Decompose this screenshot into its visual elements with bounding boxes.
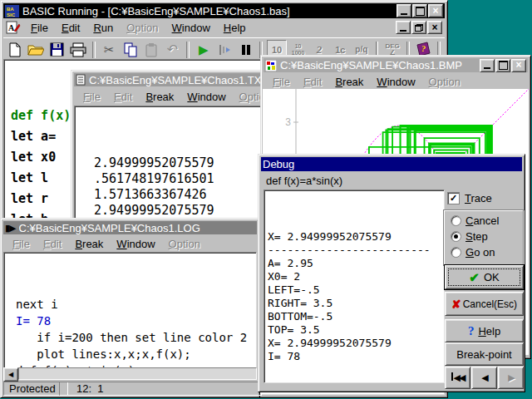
menu-item[interactable]: File <box>24 20 55 36</box>
pause-icon <box>241 44 251 56</box>
back-arrow-icon: ◀ <box>481 372 486 383</box>
radio-option[interactable]: Cancel <box>444 213 523 229</box>
menu-item[interactable]: Window <box>180 89 232 105</box>
breakpoint-button[interactable]: Break-point <box>445 342 524 366</box>
watch-line: TOP= 3.5 <box>268 323 444 337</box>
mdi-close-icon[interactable]: × <box>427 21 442 34</box>
step-mode-group: Cancel Step Go on <box>443 209 524 266</box>
scroll-left-icon[interactable]: ◀ <box>3 367 18 382</box>
menu-item[interactable]: Window <box>110 236 161 252</box>
open-button[interactable] <box>26 40 45 59</box>
radio-icon[interactable] <box>451 215 461 226</box>
paste-button[interactable] <box>141 40 160 59</box>
menu-item[interactable]: Edit <box>37 236 68 252</box>
mdi-minimize-icon[interactable] <box>396 21 411 34</box>
radio-icon[interactable] <box>451 247 461 258</box>
close-icon[interactable]: × <box>428 4 443 17</box>
paste-icon <box>144 42 159 57</box>
maximize-icon[interactable] <box>495 59 510 72</box>
cancel-label: Cancel(Esc) <box>463 298 517 310</box>
watch-line: X= 2.94999952075579 <box>268 230 444 244</box>
menu-item[interactable]: Edit <box>107 89 139 105</box>
skip-to-start-icon: ◀◀ <box>451 372 465 383</box>
menu-item[interactable]: Edit <box>297 74 328 90</box>
help-label: Help <box>478 325 500 337</box>
menu-item[interactable]: Break <box>328 74 370 90</box>
main-menurow: A FileEditRunOptionWindowHelp × <box>3 19 445 36</box>
menu-item[interactable]: Window <box>165 20 217 36</box>
help-button[interactable]: ? Help <box>445 319 524 342</box>
menu-item[interactable]: Run <box>86 20 120 36</box>
fixed-point-icon: 1c <box>335 47 345 53</box>
copy-button[interactable] <box>121 40 140 59</box>
log-title: C:¥BasicEng¥SAMPLE¥Chaos1.LOG <box>19 222 255 234</box>
menu-item[interactable]: Edit <box>55 20 86 36</box>
mdi-restore-icon[interactable] <box>411 21 426 34</box>
watch-line: X0= 2 <box>268 270 444 283</box>
document-edit-icon[interactable]: A <box>6 21 21 34</box>
close-icon[interactable]: × <box>511 59 526 72</box>
log-line: I= 78 <box>16 313 256 329</box>
maximize-icon[interactable] <box>412 4 427 17</box>
x-icon: ✘ <box>451 298 461 311</box>
menu-item[interactable]: Option <box>162 236 207 252</box>
menu-item[interactable]: Option <box>120 20 165 36</box>
radio-label: Go on <box>466 246 495 259</box>
watch-listbox[interactable]: X= 2.94999952075579---------------------… <box>264 190 445 383</box>
bmp-title: C:¥BasicEng¥SAMPLE¥Chaos1.BMP <box>280 59 476 71</box>
minimize-icon[interactable] <box>480 59 495 72</box>
radio-option[interactable]: Go on <box>444 244 523 260</box>
menu-item[interactable]: Help <box>217 20 253 36</box>
svg-text:SIC: SIC <box>7 12 16 17</box>
save-button[interactable] <box>47 40 66 59</box>
new-button[interactable] <box>5 40 24 59</box>
back-button[interactable]: ◀ <box>471 367 497 389</box>
cut-button[interactable]: ✂ <box>100 40 119 59</box>
new-file-icon <box>8 42 22 57</box>
debug-titlebar[interactable]: Debug <box>261 157 522 171</box>
log-line: if i=200 then set line color 2 <box>16 329 256 346</box>
scissors-icon: ✂ <box>104 42 115 57</box>
menu-item[interactable]: Break <box>68 236 110 252</box>
radio-label: Step <box>466 230 488 243</box>
decimal-mode-icon: 10 <box>272 47 282 53</box>
cancel-button[interactable]: ✘ Cancel(Esc) <box>445 292 524 316</box>
log-titlebar[interactable]: ▮▶ C:¥BasicEng¥SAMPLE¥Chaos1.LOG <box>3 221 257 234</box>
radio-icon[interactable] <box>451 231 461 242</box>
ok-button[interactable]: ✔ OK <box>445 265 524 289</box>
menu-item[interactable]: File <box>76 89 107 105</box>
bmp-titlebar[interactable]: C:¥BasicEng¥SAMPLE¥Chaos1.BMP × <box>264 58 528 72</box>
minimize-icon[interactable] <box>397 4 411 17</box>
forward-arrow-icon: ▶ <box>508 372 513 383</box>
scrollbar-track[interactable] <box>18 367 257 380</box>
rational-mode-icon: p/q <box>355 47 367 53</box>
main-titlebar[interactable]: BA SIC BASIC Running - [C:¥BasicEng¥SAMP… <box>3 3 445 18</box>
run-button[interactable]: ▶ <box>194 40 213 59</box>
forward-button[interactable]: ▶ <box>498 367 524 389</box>
checkbox-check-icon[interactable]: ✓ <box>447 192 460 204</box>
menu-item[interactable]: File <box>6 236 37 252</box>
menu-item[interactable]: Window <box>370 74 421 90</box>
log-window: ▮▶ C:¥BasicEng¥SAMPLE¥Chaos1.LOG FileEdi… <box>0 218 260 398</box>
radio-label: Cancel <box>466 214 499 227</box>
radio-option[interactable]: Step <box>444 229 523 244</box>
breakpoint-label: Break-point <box>456 348 511 361</box>
question-icon: ? <box>468 324 475 338</box>
trace-label: Trace <box>465 192 492 204</box>
watch-line: A= 2.95 <box>268 257 444 270</box>
trace-checkbox[interactable]: ✓ Trace <box>447 192 492 204</box>
print-button[interactable] <box>68 40 87 59</box>
step-button[interactable] <box>215 40 234 59</box>
undo-button[interactable]: ↶ <box>163 40 182 59</box>
menu-item[interactable]: File <box>266 74 297 90</box>
menu-item[interactable]: Option <box>422 74 467 90</box>
menu-item[interactable]: Break <box>139 89 180 105</box>
rewind-button[interactable]: ◀◀ <box>445 367 470 389</box>
ok-label: OK <box>484 271 500 283</box>
log-horizontal-scrollbar[interactable]: ◀ <box>3 367 257 380</box>
watch-line: X= 2.94999952075579 <box>268 337 444 350</box>
desktop: BA SIC BASIC Running - [C:¥BasicEng¥SAMP… <box>0 0 532 399</box>
log-text-area[interactable]: next iI= 78 if i=200 then set line color… <box>3 252 257 370</box>
pause-button[interactable] <box>236 40 255 59</box>
step-icon <box>218 44 231 56</box>
